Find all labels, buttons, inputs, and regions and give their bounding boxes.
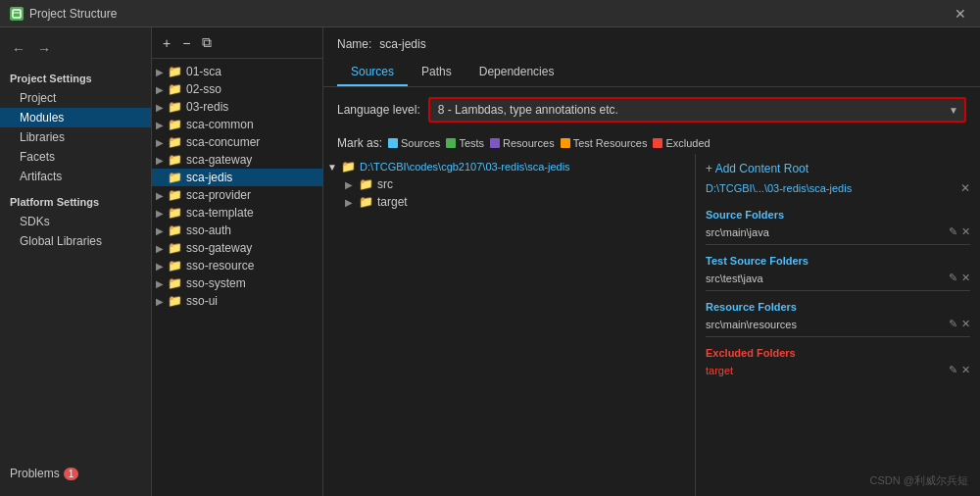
excluded-folder-row: target ✎ ✕: [706, 362, 970, 378]
source-folder-name: src\main\java: [706, 226, 949, 238]
divider-2: [706, 290, 970, 291]
root-path-close-icon[interactable]: ✕: [960, 181, 970, 195]
root-path-text: D:\TCGBI\...\03-redis\sca-jedis: [706, 182, 852, 194]
mark-tests-badge[interactable]: Tests: [446, 137, 484, 149]
resources-dot-icon: [490, 138, 500, 148]
mark-excluded-badge[interactable]: Excluded: [653, 137, 710, 149]
test-source-folders-title: Test Source Folders: [706, 255, 970, 267]
platform-settings-header: Platform Settings: [0, 186, 151, 212]
source-folders-title: Source Folders: [706, 209, 970, 221]
excluded-folders-title: Excluded Folders: [706, 347, 970, 359]
test-source-folder-actions: ✎ ✕: [949, 272, 970, 284]
resource-folder-name: src\main\resources: [706, 319, 949, 330]
watermark-text: CSDN @利威尔兵短: [870, 473, 968, 488]
tree-item-sso-system[interactable]: ▶ 📁 sso-system: [152, 274, 322, 292]
main-container: ← → Project Settings Project Modules Lib…: [0, 27, 980, 496]
svg-rect-0: [13, 10, 21, 18]
mark-sources-badge[interactable]: Sources: [388, 137, 440, 149]
sidebar-item-global-libraries[interactable]: Global Libraries: [0, 231, 151, 251]
title-bar: Project Structure ✕: [0, 0, 980, 27]
mark-test-resources-badge[interactable]: Test Resources: [561, 137, 648, 149]
source-folder-actions: ✎ ✕: [949, 225, 970, 238]
source-folder-edit-icon[interactable]: ✎: [949, 225, 957, 238]
divider-1: [706, 244, 970, 245]
test-source-folder-name: src\test\java: [706, 273, 949, 284]
ftree-src[interactable]: ▶ 📁 src: [323, 175, 695, 193]
sidebar-item-facets[interactable]: Facets: [0, 147, 151, 167]
project-settings-header: Project Settings: [0, 67, 151, 88]
root-path-row: D:\TCGBI\...\03-redis\sca-jedis ✕: [706, 181, 970, 195]
ftree-target[interactable]: ▶ 📁 target: [323, 193, 695, 211]
name-row: Name: sca-jedis: [323, 27, 980, 59]
mark-as-label: Mark as:: [337, 136, 382, 150]
excluded-folder-edit-icon[interactable]: ✎: [949, 364, 957, 376]
excluded-folder-remove-icon[interactable]: ✕: [961, 364, 970, 376]
sidebar-item-sdks[interactable]: SDKs: [0, 212, 151, 231]
excluded-folder-name: target: [706, 365, 733, 376]
tree-add-button[interactable]: +: [160, 34, 173, 52]
forward-button[interactable]: →: [33, 39, 55, 59]
resource-folder-edit-icon[interactable]: ✎: [949, 318, 957, 330]
nav-actions: ← →: [0, 35, 151, 67]
tree-item-sca-common[interactable]: ▶ 📁 sca-common: [152, 116, 322, 133]
sidebar: ← → Project Settings Project Modules Lib…: [0, 27, 152, 496]
resource-folders-title: Resource Folders: [706, 301, 970, 313]
problems-section[interactable]: Problems 1: [0, 459, 151, 488]
language-level-row: Language level: 8 - Lambdas, type annota…: [323, 87, 980, 132]
tree-item-sca-gateway[interactable]: ▶ 📁 sca-gateway: [152, 151, 322, 169]
tree-item-01-sca[interactable]: ▶ 📁 01-sca: [152, 63, 322, 80]
mark-as-row: Mark as: Sources Tests Resources Test Re…: [323, 132, 980, 154]
back-button[interactable]: ←: [8, 39, 29, 59]
sidebar-item-libraries[interactable]: Libraries: [0, 127, 151, 147]
language-level-select[interactable]: 8 - Lambdas, type annotations etc. 9 - M…: [430, 99, 964, 121]
tree-item-sca-concumer[interactable]: ▶ 📁 sca-concumer: [152, 133, 322, 151]
language-level-label: Language level:: [337, 103, 420, 117]
sidebar-item-artifacts[interactable]: Artifacts: [0, 167, 151, 186]
tabs-row: Sources Paths Dependencies: [323, 59, 980, 87]
tab-sources[interactable]: Sources: [337, 59, 408, 86]
tree-item-sca-template[interactable]: ▶ 📁 sca-template: [152, 204, 322, 222]
module-name-value: sca-jedis: [379, 37, 425, 51]
tree-copy-button[interactable]: ⧉: [199, 33, 215, 52]
name-label: Name:: [337, 37, 371, 51]
tree-remove-button[interactable]: −: [179, 34, 193, 52]
problems-label: Problems: [10, 467, 60, 480]
source-folder-row: src\main\java ✎ ✕: [706, 223, 970, 240]
tree-item-02-sso[interactable]: ▶ 📁 02-sso: [152, 80, 322, 98]
tree-item-sca-jedis[interactable]: 📁 sca-jedis: [152, 169, 322, 186]
resource-folder-actions: ✎ ✕: [949, 318, 970, 330]
tree-item-sso-resource[interactable]: ▶ 📁 sso-resource: [152, 257, 322, 274]
close-button[interactable]: ✕: [951, 6, 970, 22]
tree-toolbar: + − ⧉: [152, 27, 322, 59]
tree-item-sso-ui[interactable]: ▶ 📁 sso-ui: [152, 292, 322, 310]
source-folder-remove-icon[interactable]: ✕: [961, 225, 970, 238]
mark-resources-badge[interactable]: Resources: [490, 137, 555, 149]
ftree-root[interactable]: ▼ 📁 D:\TCGBI\codes\cgb2107\03-redis\sca-…: [323, 158, 695, 175]
sources-dot-icon: [388, 138, 398, 148]
tab-paths[interactable]: Paths: [408, 59, 466, 86]
test-source-folder-remove-icon[interactable]: ✕: [961, 272, 970, 284]
test-resources-dot-icon: [561, 138, 570, 148]
tree-item-sca-provider[interactable]: ▶ 📁 sca-provider: [152, 186, 322, 204]
content-panel: Name: sca-jedis Sources Paths Dependenci…: [323, 27, 980, 496]
language-level-select-wrapper: 8 - Lambdas, type annotations etc. 9 - M…: [428, 97, 966, 123]
tree-item-03-redis[interactable]: ▶ 📁 03-redis: [152, 98, 322, 116]
tab-dependencies[interactable]: Dependencies: [466, 59, 568, 86]
excluded-dot-icon: [653, 138, 662, 148]
window-title: Project Structure: [29, 7, 117, 21]
sidebar-item-project[interactable]: Project: [0, 88, 151, 108]
bottom-split: ▼ 📁 D:\TCGBI\codes\cgb2107\03-redis\sca-…: [323, 154, 980, 496]
resource-folder-row: src\main\resources ✎ ✕: [706, 316, 970, 332]
tree-item-sso-auth[interactable]: ▶ 📁 sso-auth: [152, 222, 322, 239]
add-content-root-button[interactable]: + Add Content Root: [706, 162, 970, 175]
file-tree: ▼ 📁 D:\TCGBI\codes\cgb2107\03-redis\sca-…: [323, 154, 696, 496]
sidebar-item-modules[interactable]: Modules: [0, 108, 151, 127]
right-panel: + Add Content Root D:\TCGBI\...\03-redis…: [696, 154, 980, 496]
resource-folder-remove-icon[interactable]: ✕: [961, 318, 970, 330]
module-tree: ▶ 📁 01-sca ▶ 📁 02-sso ▶ 📁 03-redis ▶ 📁 s…: [152, 59, 322, 496]
test-source-folder-edit-icon[interactable]: ✎: [949, 272, 957, 284]
divider-3: [706, 336, 970, 337]
excluded-folder-actions: ✎ ✕: [949, 364, 970, 376]
test-source-folder-row: src\test\java ✎ ✕: [706, 270, 970, 286]
tree-item-sso-gateway[interactable]: ▶ 📁 sso-gateway: [152, 239, 322, 257]
